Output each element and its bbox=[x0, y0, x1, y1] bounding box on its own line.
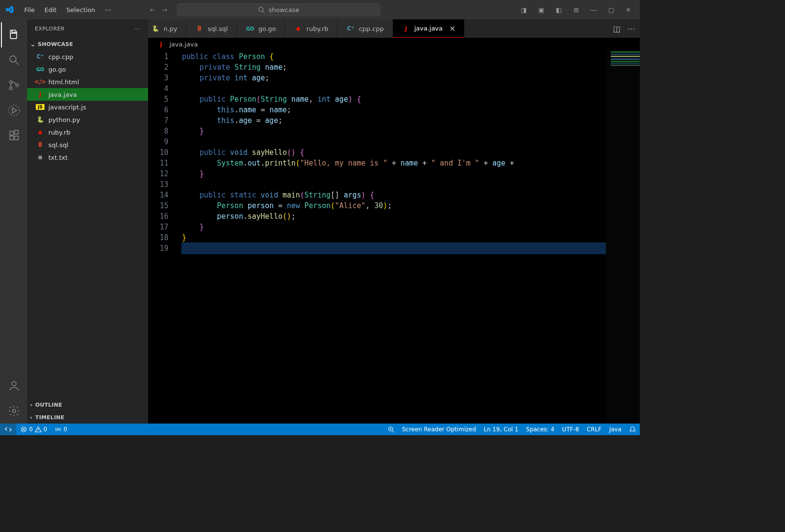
menu-selection[interactable]: Selection bbox=[61, 4, 100, 15]
j-file-icon: J bbox=[402, 25, 410, 32]
command-center[interactable]: showcase bbox=[177, 3, 380, 16]
tab-ruby.rb[interactable]: ◆ruby.rb bbox=[285, 19, 337, 38]
status-problems[interactable]: 0 0 bbox=[16, 424, 51, 435]
window-maximize-icon[interactable]: ▢ bbox=[605, 4, 617, 15]
code-line[interactable] bbox=[182, 83, 640, 94]
line-number: 17 bbox=[148, 222, 168, 232]
svg-point-7 bbox=[9, 105, 19, 116]
code-content[interactable]: public class Person { private String nam… bbox=[177, 50, 640, 424]
file-label: python.py bbox=[48, 116, 80, 123]
code-line[interactable]: private String name; bbox=[182, 62, 640, 73]
code-line[interactable] bbox=[182, 137, 640, 147]
code-line[interactable]: } bbox=[182, 126, 640, 137]
code-line[interactable] bbox=[182, 243, 640, 254]
file-row-sql.sql[interactable]: 🛢sql.sql bbox=[27, 138, 148, 151]
status-screen-reader[interactable]: Screen Reader Optimized bbox=[398, 424, 480, 435]
file-label: sql.sql bbox=[48, 141, 68, 149]
file-row-txt.txt[interactable]: ≡txt.txt bbox=[27, 151, 148, 164]
svg-rect-10 bbox=[15, 136, 18, 140]
file-row-javascript.js[interactable]: JSjavascript.js bbox=[27, 101, 148, 113]
breadcrumb-file: java.java bbox=[169, 41, 198, 48]
code-line[interactable]: public Person(String name, int age) { bbox=[182, 94, 640, 105]
zoom-icon bbox=[388, 426, 394, 433]
menu-file[interactable]: File bbox=[19, 4, 40, 15]
split-editor-icon[interactable]: ◫ bbox=[613, 24, 620, 33]
code-line[interactable]: } bbox=[182, 222, 640, 232]
status-ports[interactable]: 0 bbox=[51, 424, 71, 435]
file-label: javascript.js bbox=[48, 104, 86, 111]
code-line[interactable]: public class Person { bbox=[182, 51, 640, 62]
line-number: 19 bbox=[148, 243, 168, 254]
window-minimize-icon[interactable]: ― bbox=[588, 4, 600, 15]
tab-label: n.py bbox=[164, 25, 177, 32]
tab-go.go[interactable]: GOgo.go bbox=[237, 19, 285, 38]
remote-button[interactable] bbox=[0, 424, 16, 435]
status-spaces[interactable]: Spaces: 4 bbox=[522, 424, 558, 435]
svg-line-3 bbox=[15, 61, 19, 65]
warning-icon bbox=[35, 426, 42, 433]
file-row-cpp.cpp[interactable]: C⁺cpp.cpp bbox=[27, 50, 148, 63]
file-row-html.html[interactable]: </>html.html bbox=[27, 76, 148, 88]
code-line[interactable]: person.sayHello(); bbox=[182, 211, 640, 222]
more-actions-icon[interactable]: ⋯ bbox=[627, 24, 635, 33]
code-line[interactable]: public void sayHello() { bbox=[182, 147, 640, 158]
outline-label: OUTLINE bbox=[35, 402, 62, 408]
code-line[interactable]: System.out.println("Hello, my name is " … bbox=[182, 158, 640, 168]
minimap[interactable] bbox=[606, 50, 640, 424]
html-file-icon: </> bbox=[36, 78, 45, 85]
timeline-section[interactable]: ›TIMELINE bbox=[27, 411, 148, 424]
code-line[interactable]: this.age = age; bbox=[182, 115, 640, 126]
file-row-go.go[interactable]: GOgo.go bbox=[27, 63, 148, 76]
status-encoding[interactable]: UTF-8 bbox=[558, 424, 583, 435]
window-close-icon[interactable]: ✕ bbox=[623, 4, 634, 15]
customize-layout-icon[interactable]: ⊞ bbox=[571, 4, 582, 15]
outline-section[interactable]: ›OUTLINE bbox=[27, 398, 148, 411]
code-line[interactable]: this.name = name; bbox=[182, 105, 640, 115]
close-icon[interactable]: × bbox=[450, 24, 456, 33]
tab-label: sql.sql bbox=[208, 25, 227, 32]
explorer-folder-header[interactable]: ⌄ SHOWCASE bbox=[27, 38, 148, 50]
code-line[interactable]: Person person = new Person("Alice", 30); bbox=[182, 200, 640, 211]
status-cursor[interactable]: Ln 19, Col 1 bbox=[480, 424, 523, 435]
activity-debug[interactable] bbox=[1, 98, 26, 123]
line-number: 12 bbox=[148, 168, 168, 179]
toggle-primary-sidebar-icon[interactable]: ◨ bbox=[518, 4, 529, 15]
code-line[interactable]: public static void main(String[] args) { bbox=[182, 190, 640, 200]
tab-sql.sql[interactable]: 🛢sql.sql bbox=[186, 19, 237, 38]
svg-point-4 bbox=[10, 81, 12, 83]
toggle-panel-icon[interactable]: ▣ bbox=[535, 4, 547, 15]
editor-body[interactable]: 12345678910111213141516171819 public cla… bbox=[148, 50, 640, 424]
activity-source-control[interactable] bbox=[1, 73, 26, 98]
menu-more[interactable]: ⋯ bbox=[100, 4, 116, 15]
status-notifications[interactable] bbox=[625, 424, 640, 435]
nav-forward-icon[interactable]: → bbox=[162, 6, 167, 14]
explorer-more-icon[interactable]: ⋯ bbox=[135, 26, 141, 32]
tab-label: cpp.cpp bbox=[359, 25, 383, 32]
file-row-ruby.rb[interactable]: ◆ruby.rb bbox=[27, 126, 148, 138]
activity-account[interactable] bbox=[1, 373, 26, 398]
activity-explorer[interactable] bbox=[1, 22, 26, 47]
tab-cpp.cpp[interactable]: C⁺cpp.cpp bbox=[337, 19, 392, 38]
nav-back-icon[interactable]: ← bbox=[150, 6, 155, 14]
activity-extensions[interactable] bbox=[1, 123, 26, 148]
tab-java.java[interactable]: Jjava.java× bbox=[393, 19, 465, 38]
toggle-secondary-sidebar-icon[interactable]: ◧ bbox=[553, 4, 565, 15]
line-number: 16 bbox=[148, 211, 168, 222]
rb-file-icon: ◆ bbox=[294, 25, 302, 32]
file-row-python.py[interactable]: 🐍python.py bbox=[27, 113, 148, 126]
breadcrumb[interactable]: J java.java bbox=[148, 38, 640, 50]
explorer-title: EXPLORER bbox=[35, 26, 65, 32]
activity-search[interactable] bbox=[1, 47, 26, 73]
code-line[interactable] bbox=[182, 179, 640, 190]
vscode-logo-icon bbox=[3, 3, 16, 16]
status-zoom[interactable] bbox=[384, 424, 398, 435]
tab-n.py[interactable]: 🐍n.py bbox=[148, 19, 186, 38]
code-line[interactable]: } bbox=[182, 168, 640, 179]
status-eol[interactable]: CRLF bbox=[583, 424, 605, 435]
status-language[interactable]: Java bbox=[605, 424, 625, 435]
code-line[interactable]: } bbox=[182, 232, 640, 243]
file-row-java.java[interactable]: Jjava.java bbox=[27, 88, 148, 101]
menu-edit[interactable]: Edit bbox=[40, 4, 61, 15]
code-line[interactable]: private int age; bbox=[182, 73, 640, 83]
activity-settings[interactable] bbox=[1, 398, 26, 424]
